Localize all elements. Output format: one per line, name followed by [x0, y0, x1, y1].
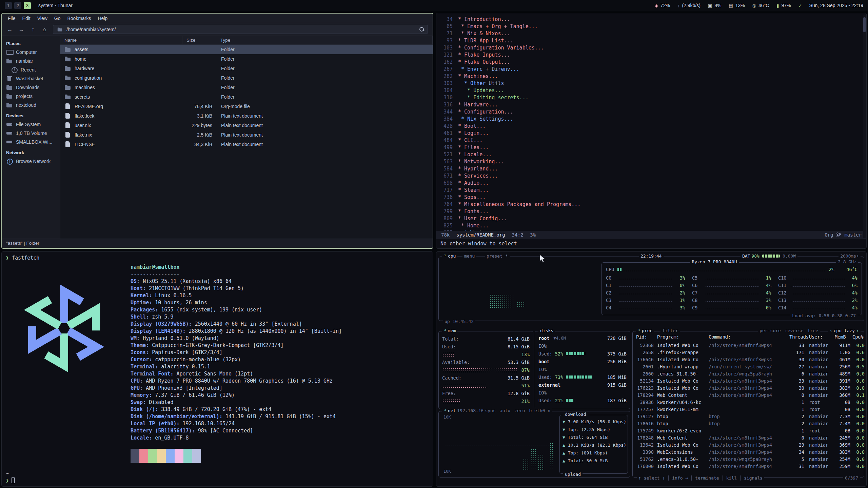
up-button[interactable]: ↑: [28, 25, 38, 34]
proc-option[interactable]: per-core: [760, 328, 781, 333]
org-heading-line[interactable]: 121 Flake Inputs...: [438, 51, 866, 58]
org-heading-line[interactable]: 671 Services...: [438, 172, 866, 179]
proc-footer-action[interactable]: signals: [740, 475, 763, 481]
emacs-scrollbar[interactable]: [863, 15, 866, 238]
file-row[interactable]: LICENSE 34,3 KiB Plain text document: [60, 140, 433, 149]
filter-button[interactable]: filter: [660, 328, 680, 333]
process-row[interactable]: 2658 .firefox-wrappe 171 nambiar 1.0G 0.…: [636, 349, 861, 356]
menu-button[interactable]: menu: [462, 253, 476, 259]
org-heading-line[interactable]: 65 Emacs + Org + Tangle...: [438, 23, 866, 30]
workspace-button[interactable]: 1: [5, 2, 12, 9]
search-icon[interactable]: [419, 27, 424, 32]
org-heading-line[interactable]: 282 Machines...: [438, 73, 866, 80]
proc-column-header[interactable]: Command:: [709, 334, 789, 342]
org-heading-line[interactable]: 521 Locale...: [438, 151, 866, 158]
org-heading-line[interactable]: 698 Audio...: [438, 179, 866, 186]
proc-column-header[interactable]: MemB: [835, 334, 852, 342]
org-heading-line[interactable]: 103 Configuration Variables...: [438, 44, 866, 51]
proc-footer-action[interactable]: info ↵: [668, 475, 688, 481]
path-bar[interactable]: /home/nambiar/system/: [53, 25, 428, 34]
org-heading-line[interactable]: 93 TLDR App List...: [438, 37, 866, 44]
file-row[interactable]: hardware Folder: [60, 64, 433, 73]
home-button[interactable]: ⌂: [39, 25, 50, 34]
org-heading-line[interactable]: 484 CLI...: [438, 137, 866, 144]
proc-column-header[interactable]: Cpu%: [852, 334, 865, 342]
process-row[interactable]: 178616 btop btop 2 nambiar 7.4M 0.0: [636, 420, 861, 427]
org-heading-line[interactable]: 344 Configuration...: [438, 108, 866, 115]
sidebar-item[interactable]: Devices: [2, 111, 60, 120]
sidebar-item[interactable]: Downloads: [2, 83, 60, 92]
org-heading-line[interactable]: 384 Nix Settings...: [438, 115, 866, 122]
process-row[interactable]: 177257 kworker/10:1-mm_ 1 root 0B 0.0: [636, 406, 861, 413]
net-option[interactable]: sync: [485, 408, 495, 413]
proc-footer-action[interactable]: kill: [723, 475, 737, 481]
process-row[interactable]: 38936 kworker/u64:6-kc 1 root 0B 0.0: [636, 399, 861, 406]
process-row[interactable]: 51762 .emacs-31.0.50- /nix/store/wnqz5pa…: [636, 455, 861, 463]
org-heading-line[interactable]: 303 Other Utils: [438, 80, 866, 87]
column-header[interactable]: Type: [216, 36, 433, 44]
org-heading-line[interactable]: 799 Fonts...: [438, 208, 866, 215]
net-option[interactable]: b eth0 n: [529, 408, 550, 413]
emacs-buffer[interactable]: 34 Introduction... 65 Emacs + Org + Tang…: [436, 13, 866, 231]
org-heading-line[interactable]: 71 Nix & Nixos...: [438, 30, 866, 37]
sidebar-item[interactable]: Network: [2, 148, 60, 157]
update-interval[interactable]: 2000ms+: [839, 253, 861, 259]
org-heading-line[interactable]: 764 Miscellaneous Packages and Programs.…: [438, 201, 866, 208]
org-heading-line[interactable]: 499 Files...: [438, 144, 866, 151]
proc-column-header[interactable]: User:: [809, 334, 835, 342]
process-row[interactable]: 3390 WebExtensions /nix/store/sm8fnrf3wp…: [636, 448, 861, 455]
file-row[interactable]: user.nix 229 bytes Plain text document: [60, 121, 433, 130]
org-heading-line[interactable]: 717 Steam...: [438, 186, 866, 194]
file-row[interactable]: home Folder: [60, 54, 433, 64]
process-row[interactable]: 179127 btop btop 2 nambiar 7.3M 0.0: [636, 413, 861, 420]
org-heading-line[interactable]: 584 Hyprland...: [438, 165, 866, 172]
forward-button[interactable]: →: [16, 25, 26, 34]
net-option[interactable]: auto: [500, 408, 510, 413]
workspace-button[interactable]: 2: [14, 2, 21, 9]
workspace-button[interactable]: 3: [24, 2, 31, 9]
process-row[interactable]: 178248 Web Content /nix/store/sm8fnrf3wp…: [636, 434, 861, 441]
net-option[interactable]: zero: [514, 408, 525, 413]
proc-option[interactable]: reverse: [785, 328, 804, 333]
menu-item[interactable]: Help: [95, 15, 111, 22]
file-row[interactable]: flake.nix 2,5 KiB Plain text document: [60, 130, 433, 140]
file-row[interactable]: secrets Folder: [60, 92, 433, 102]
sidebar-item[interactable]: 1,0 TB Volume: [2, 129, 60, 138]
proc-footer-action[interactable]: ↑ select ↓: [638, 475, 665, 481]
org-heading-line[interactable]: 736 Sops...: [438, 194, 866, 201]
sidebar-item[interactable]: Browse Network: [2, 157, 60, 166]
file-row[interactable]: configuration Folder: [60, 73, 433, 83]
sidebar-item[interactable]: Recent: [2, 65, 60, 74]
org-heading-line[interactable]: 855 Waybar...: [438, 229, 866, 231]
process-row[interactable]: 2660 .emacs-31.0.50- /nix/store/wnqz5pa8…: [636, 370, 861, 377]
menu-item[interactable]: File: [5, 15, 19, 22]
process-row[interactable]: 178294 Web Content /nix/store/sm8fnrf3wp…: [636, 391, 861, 399]
sidebar-item[interactable]: Wastebasket: [2, 74, 60, 83]
proc-option[interactable]: tree: [808, 328, 818, 333]
terminal-window[interactable]: ❯ fastfetch nambiar@smallbox: [1, 251, 433, 487]
process-row[interactable]: 52368 Isolated Web Co /nix/store/sm8fnrf…: [636, 342, 861, 349]
org-heading-line[interactable]: 310 Editing secrets...: [438, 94, 866, 101]
process-row[interactable]: 52134 Isolated Web Co /nix/store/sm8fnrf…: [636, 377, 861, 384]
sort-selector[interactable]: cpu lazy: [828, 328, 861, 333]
file-row[interactable]: flake.lock 3,1 KiB Plain text document: [60, 111, 433, 121]
sidebar-item[interactable]: SMALLBOX Wi...: [2, 138, 60, 146]
org-heading-line[interactable]: 316 Hardware...: [438, 101, 866, 108]
org-heading-line[interactable]: 304 Updates...: [438, 87, 866, 94]
process-row[interactable]: 13642 Isolated Web Co /nix/store/sm8fnrf…: [636, 441, 861, 448]
org-heading-line[interactable]: 34 Introduction...: [438, 16, 866, 23]
proc-column-header[interactable]: Threads:: [789, 334, 809, 342]
org-heading-line[interactable]: 809 User Config...: [438, 215, 866, 222]
org-heading-line[interactable]: 428 Boot...: [438, 122, 866, 129]
menu-item[interactable]: Bookmarks: [64, 15, 94, 22]
sidebar-item[interactable]: projects: [2, 92, 60, 101]
process-row[interactable]: 2601 .Hyprland-wrapp /run/current-system…: [636, 363, 861, 370]
preset-button[interactable]: preset *: [485, 253, 510, 259]
org-heading-line[interactable]: 162 Flake Output...: [438, 58, 866, 65]
column-header[interactable]: Size: [182, 36, 216, 44]
back-button[interactable]: ←: [5, 25, 15, 34]
file-row[interactable]: README.org 76,4 KiB Org-mode file: [60, 102, 433, 111]
process-row[interactable]: 176223 Isolated Web Co /nix/store/sm8fnr…: [636, 384, 861, 391]
sidebar-item[interactable]: Computer: [2, 48, 60, 57]
proc-column-header[interactable]: Pid:: [636, 334, 657, 342]
